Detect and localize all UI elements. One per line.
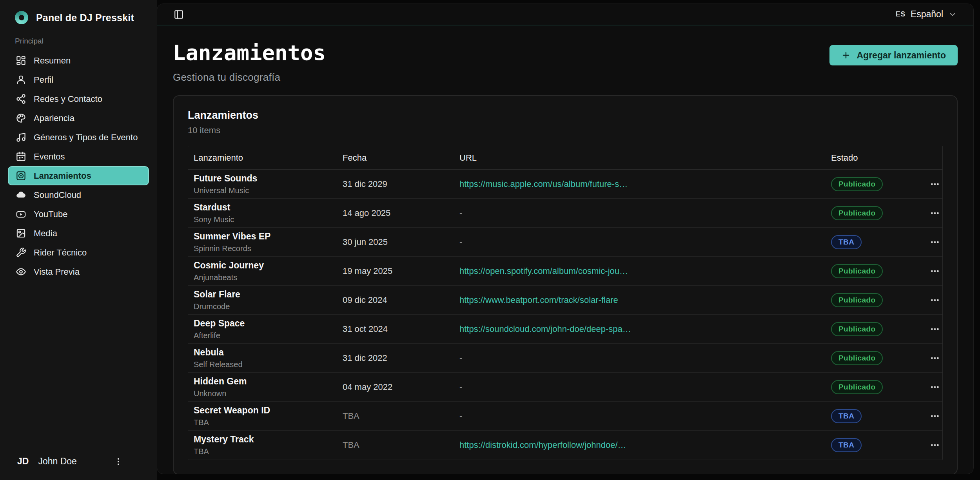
release-title: Cosmic Journey xyxy=(194,260,337,271)
ellipsis-icon xyxy=(930,179,940,189)
table-row: Nebula Self Released 31 dic 2022 - Publi… xyxy=(188,344,942,373)
disc-icon xyxy=(16,170,26,181)
release-date: TBA xyxy=(337,440,454,450)
release-url-link: - xyxy=(459,237,462,247)
releases-table: Lanzamiento Fecha URL Estado Future Soun… xyxy=(188,146,943,460)
table-row: Deep Space Afterlife 31 oct 2024 https:/… xyxy=(188,315,942,344)
status-badge: Publicado xyxy=(831,322,883,336)
language-selector[interactable]: ES Español xyxy=(896,9,957,20)
release-date: 09 dic 2024 xyxy=(337,295,454,305)
row-actions-button[interactable] xyxy=(930,382,940,392)
release-url-link[interactable]: https://open.spotify.com/album/cosmic-jo… xyxy=(459,266,628,276)
avatar: JD xyxy=(17,456,29,467)
release-date: 31 dic 2029 xyxy=(337,179,454,189)
sidebar-item-soundcloud[interactable]: SoundCloud xyxy=(8,185,149,205)
ellipsis-icon xyxy=(930,353,940,363)
release-date: 31 dic 2022 xyxy=(337,353,454,363)
ellipsis-icon xyxy=(930,411,940,421)
panel-left-icon xyxy=(174,9,184,20)
release-record-label: TBA xyxy=(194,418,337,427)
release-url-link[interactable]: https://www.beatport.com/track/solar-fla… xyxy=(459,295,618,305)
release-url-link[interactable]: https://distrokid.com/hyperfollow/johndo… xyxy=(459,440,626,450)
release-date: TBA xyxy=(337,411,454,421)
app-logo-row: Panel de DJ Presskit xyxy=(0,0,157,31)
sidebar-item-redes-y-contacto[interactable]: Redes y Contacto xyxy=(8,89,149,109)
release-record-label: Self Released xyxy=(194,360,337,369)
sidebar-item-resumen[interactable]: Resumen xyxy=(8,51,149,70)
sidebar-section-label: Principal xyxy=(8,37,149,51)
status-badge: Publicado xyxy=(831,293,883,307)
row-actions-button[interactable] xyxy=(930,266,940,276)
release-record-label: Unknown xyxy=(194,389,337,398)
release-title: Mystery Track xyxy=(194,434,337,445)
sidebar-item-eventos[interactable]: Eventos xyxy=(8,147,149,166)
user-menu-button[interactable] xyxy=(114,457,123,466)
calendar-icon xyxy=(16,151,26,162)
sidebar-user-row[interactable]: JD John Doe xyxy=(0,444,157,480)
row-actions-button[interactable] xyxy=(930,237,940,247)
page-content: Lanzamientos Gestiona tu discografía Agr… xyxy=(157,25,973,474)
cloud-icon xyxy=(16,190,26,200)
release-title: Hidden Gem xyxy=(194,376,337,387)
ellipsis-icon xyxy=(930,324,940,334)
release-date: 31 oct 2024 xyxy=(337,324,454,334)
table-row: Solar Flare Drumcode 09 dic 2024 https:/… xyxy=(188,286,942,315)
release-title: Nebula xyxy=(194,347,337,358)
page-title: Lanzamientos xyxy=(173,40,326,65)
column-header-date: Fecha xyxy=(337,153,454,163)
row-actions-button[interactable] xyxy=(930,295,940,305)
page-header: Lanzamientos Gestiona tu discografía Agr… xyxy=(173,40,958,83)
row-actions-button[interactable] xyxy=(930,324,940,334)
release-record-label: Drumcode xyxy=(194,302,337,311)
release-record-label: Spinnin Records xyxy=(194,244,337,253)
sidebar-item-perfil[interactable]: Perfil xyxy=(8,70,149,89)
sidebar-item-generos-y-tipos-de-evento[interactable]: Géneros y Tipos de Evento xyxy=(8,128,149,147)
sidebar-item-rider-tecnico[interactable]: Rider Técnico xyxy=(8,243,149,262)
sidebar-item-apariencia[interactable]: Apariencia xyxy=(8,109,149,128)
release-date: 04 may 2022 xyxy=(337,382,454,392)
release-record-label: TBA xyxy=(194,447,337,456)
kebab-icon xyxy=(114,457,123,466)
release-record-label: Universal Music xyxy=(194,186,337,195)
release-date: 19 may 2025 xyxy=(337,266,454,276)
releases-card: Lanzamientos 10 items Lanzamiento Fecha … xyxy=(173,95,958,474)
add-release-button[interactable]: Agregar lanzamiento xyxy=(829,45,958,65)
app-title: Panel de DJ Presskit xyxy=(36,12,134,24)
table-header-row: Lanzamiento Fecha URL Estado xyxy=(188,146,942,170)
language-label: Español xyxy=(911,9,943,20)
row-actions-button[interactable] xyxy=(930,353,940,363)
table-row: Future Sounds Universal Music 31 dic 202… xyxy=(188,170,942,199)
release-url-link[interactable]: https://music.apple.com/us/album/future-… xyxy=(459,179,628,189)
eye-icon xyxy=(16,266,26,277)
status-badge: TBA xyxy=(831,409,862,423)
column-header-url: URL xyxy=(454,153,826,163)
sidebar-toggle-button[interactable] xyxy=(174,9,184,20)
table-row: Mystery Track TBA TBA https://distrokid.… xyxy=(188,431,942,460)
table-row: Summer Vibes EP Spinnin Records 30 jun 2… xyxy=(188,228,942,257)
row-actions-button[interactable] xyxy=(930,411,940,421)
release-title: Solar Flare xyxy=(194,289,337,300)
topbar: ES Español xyxy=(157,4,973,25)
palette-icon xyxy=(16,113,26,123)
status-badge: TBA xyxy=(831,235,862,249)
youtube-icon xyxy=(16,209,26,219)
chevron-down-icon xyxy=(948,10,957,19)
row-actions-button[interactable] xyxy=(930,208,940,218)
column-header-status: Estado xyxy=(826,153,924,163)
table-row: Hidden Gem Unknown 04 may 2022 - Publica… xyxy=(188,373,942,402)
release-url-link: - xyxy=(459,353,462,363)
card-item-count: 10 items xyxy=(188,125,943,136)
table-row: Cosmic Journey Anjunabeats 19 may 2025 h… xyxy=(188,257,942,286)
row-actions-button[interactable] xyxy=(930,440,940,450)
sidebar-item-lanzamientos[interactable]: Lanzamientos xyxy=(8,166,149,185)
language-code: ES xyxy=(896,10,906,18)
release-title: Secret Weapon ID xyxy=(194,405,337,416)
ellipsis-icon xyxy=(930,266,940,276)
user-icon xyxy=(16,74,26,85)
sidebar-item-vista-previa[interactable]: Vista Previa xyxy=(8,262,149,281)
row-actions-button[interactable] xyxy=(930,179,940,189)
sidebar-nav: Principal Resumen Perfil Redes y Contact… xyxy=(0,31,157,281)
sidebar-item-media[interactable]: Media xyxy=(8,224,149,243)
sidebar-item-youtube[interactable]: YouTube xyxy=(8,205,149,224)
release-url-link[interactable]: https://soundcloud.com/john-doe/deep-spa… xyxy=(459,324,631,334)
